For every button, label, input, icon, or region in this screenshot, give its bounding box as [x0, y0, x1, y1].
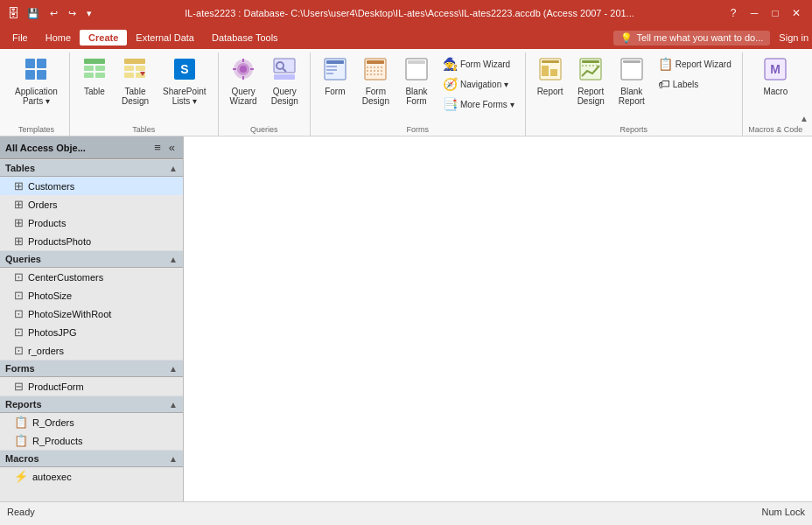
- nav-section-queries[interactable]: Queries ▲: [0, 250, 183, 268]
- minimize-button[interactable]: ─: [746, 6, 763, 20]
- window-controls: ? ─ □ ✕: [724, 6, 805, 20]
- queries-content: QueryWizard QueryDesign: [224, 52, 304, 122]
- nav-item-photos-jpg[interactable]: ⊡ PhotosJPG: [0, 323, 183, 341]
- report-button[interactable]: Report: [531, 52, 570, 101]
- sign-in-link[interactable]: Sign in: [779, 32, 808, 43]
- qat-dropdown-button[interactable]: ▾: [84, 6, 94, 21]
- nav-item-autoexec[interactable]: ⚡ autoexec: [0, 467, 183, 486]
- nav-item-products[interactable]: ⊞ Products: [0, 214, 183, 232]
- templates-content: ApplicationParts ▾: [9, 52, 64, 122]
- save-qat-button[interactable]: 💾: [24, 6, 42, 21]
- reports-section-label: Reports: [5, 399, 42, 410]
- navigation-button[interactable]: 🧭 Navigation ▾: [438, 74, 520, 94]
- nav-item-products-photo[interactable]: ⊞ ProductsPhoto: [0, 232, 183, 250]
- tell-me-box[interactable]: 💡 Tell me what you want to do...: [613, 31, 770, 46]
- ribbon-collapse-button[interactable]: ▲: [800, 114, 808, 123]
- forms-collapse-arrow: ▲: [169, 364, 178, 374]
- nav-item-photo-size[interactable]: ⊡ PhotoSize: [0, 286, 183, 304]
- blank-report-icon: [620, 57, 644, 85]
- redo-qat-button[interactable]: ↪: [66, 6, 79, 21]
- nav-item-product-form[interactable]: ⊟ ProductForm: [0, 377, 183, 396]
- nav-collapse-button[interactable]: «: [166, 140, 178, 155]
- nav-section-reports[interactable]: Reports ▲: [0, 396, 183, 413]
- nav-item-r-orders[interactable]: ⊡ r_orders: [0, 341, 183, 360]
- svg-rect-43: [550, 69, 557, 76]
- macros-section-label: Macros: [5, 453, 39, 464]
- svg-rect-41: [542, 60, 559, 63]
- query-wizard-label: QueryWizard: [230, 87, 257, 106]
- help-button[interactable]: ?: [724, 6, 742, 20]
- content-area: [184, 136, 812, 501]
- svg-rect-42: [542, 66, 549, 76]
- main-area: All Access Obje... ≡ « Tables ▲ ⊞ Custom…: [0, 136, 812, 501]
- svg-rect-12: [124, 73, 134, 78]
- table-design-icon: [122, 57, 147, 85]
- nav-panel-header: All Access Obje... ≡ «: [0, 136, 183, 159]
- query-item-icon: ⊡: [14, 289, 24, 302]
- more-forms-button[interactable]: 📑 More Forms ▾: [438, 94, 520, 114]
- macro-icon: M: [763, 57, 788, 85]
- queries-section-label: Queries: [5, 254, 41, 264]
- menu-create[interactable]: Create: [80, 30, 127, 46]
- query-design-icon: [272, 57, 297, 85]
- menu-database-tools[interactable]: Database Tools: [203, 30, 287, 46]
- menu-home[interactable]: Home: [37, 30, 80, 46]
- blank-report-button[interactable]: BlankReport: [612, 52, 651, 110]
- blank-form-label: BlankForm: [405, 87, 427, 106]
- undo-qat-button[interactable]: ↩: [47, 6, 60, 21]
- macros-collapse-arrow: ▲: [169, 454, 178, 464]
- svg-rect-0: [25, 59, 35, 68]
- application-parts-button[interactable]: ApplicationParts ▾: [9, 52, 64, 110]
- queries-collapse-arrow: ▲: [169, 255, 178, 264]
- form-button[interactable]: Form: [316, 52, 354, 101]
- query-design-button[interactable]: QueryDesign: [265, 52, 304, 110]
- nav-section-tables[interactable]: Tables ▲: [0, 159, 183, 177]
- product-form-label: ProductForm: [28, 382, 84, 392]
- nav-item-photo-size-root[interactable]: ⊡ PhotoSizeWithRoot: [0, 304, 183, 323]
- svg-rect-6: [95, 66, 105, 71]
- reports-collapse-arrow: ▲: [169, 400, 178, 410]
- labels-button[interactable]: 🏷 Labels: [653, 74, 737, 94]
- menu-external-data[interactable]: External Data: [127, 30, 203, 46]
- sharepoint-lists-button[interactable]: S SharePointLists ▾: [157, 52, 212, 110]
- report-design-button[interactable]: ReportDesign: [571, 52, 611, 110]
- svg-rect-32: [326, 73, 333, 74]
- nav-expand-button[interactable]: ≡: [151, 140, 164, 155]
- nav-scroll-area[interactable]: Tables ▲ ⊞ Customers ⊞ Orders ⊞ Products…: [0, 159, 183, 501]
- form-wizard-button[interactable]: 🧙 Form Wizard: [438, 54, 520, 74]
- nav-section-forms[interactable]: Forms ▲: [0, 360, 183, 377]
- more-forms-icon: 📑: [443, 97, 458, 111]
- table-button[interactable]: Table: [75, 52, 114, 101]
- macros-content: M Macro: [756, 52, 794, 122]
- report-wizard-button[interactable]: 📋 Report Wizard: [653, 54, 737, 74]
- templates-group-label: Templates: [9, 122, 64, 136]
- nav-item-customers[interactable]: ⊞ Customers: [0, 177, 183, 195]
- tables-section-label: Tables: [5, 163, 35, 173]
- nav-section-macros[interactable]: Macros ▲: [0, 450, 183, 467]
- table-design-label: TableDesign: [122, 87, 149, 106]
- nav-item-center-customers[interactable]: ⊡ CenterCustomers: [0, 268, 183, 286]
- nav-panel-title: All Access Obje...: [5, 143, 86, 153]
- lightbulb-icon: 💡: [620, 32, 633, 44]
- close-button[interactable]: ✕: [788, 6, 805, 20]
- query-wizard-button[interactable]: QueryWizard: [224, 52, 263, 110]
- macro-button[interactable]: M Macro: [756, 52, 794, 101]
- ribbon-group-queries: QueryWizard QueryDesign Queries: [219, 52, 311, 136]
- labels-label: Labels: [673, 80, 698, 89]
- report-icon: [538, 57, 563, 85]
- nav-item-r-products-report[interactable]: 📋 R_Products: [0, 431, 183, 450]
- blank-form-button[interactable]: BlankForm: [397, 52, 436, 110]
- title-bar: 🗄 💾 ↩ ↪ ▾ IL-ates2223 : Database- C:\Use…: [0, 0, 812, 26]
- nav-item-orders[interactable]: ⊞ Orders: [0, 195, 183, 214]
- report-design-label: ReportDesign: [578, 87, 605, 106]
- nav-item-r-orders-report[interactable]: 📋 R_Orders: [0, 413, 183, 431]
- table-design-button[interactable]: TableDesign: [116, 52, 155, 110]
- form-design-button[interactable]: FormDesign: [356, 52, 396, 110]
- maximize-button[interactable]: □: [766, 6, 784, 20]
- svg-rect-27: [274, 74, 295, 80]
- menu-file[interactable]: File: [4, 30, 37, 46]
- forms-content: Form FormDesign: [316, 52, 520, 122]
- ribbon-group-reports: Report ReportDesign: [526, 52, 743, 136]
- query-item-icon: ⊡: [14, 344, 24, 357]
- svg-rect-10: [124, 66, 134, 71]
